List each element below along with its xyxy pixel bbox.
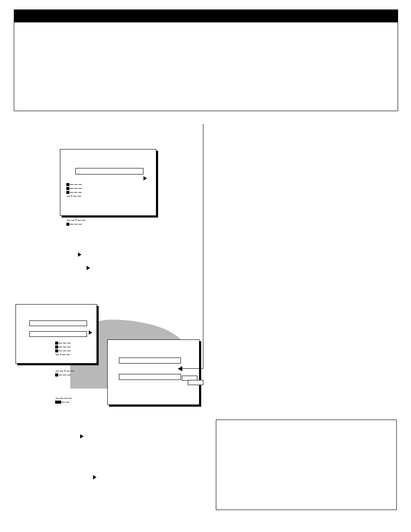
remote-glyph-group-5 (55, 396, 72, 404)
menu-bar (119, 374, 181, 380)
menu-bar (29, 331, 87, 337)
triangle-right-icon (93, 475, 97, 479)
note-box (216, 420, 397, 510)
triangle-right-icon (87, 266, 90, 270)
remote-glyph-group-4: + (55, 369, 75, 377)
remote-glyph-group-2: + (66, 218, 86, 226)
remote-glyph-group-1: + (66, 183, 82, 198)
menu-bar (75, 168, 143, 174)
callout-arrow-vertical (203, 124, 203, 368)
callout-arrow-horizontal (181, 368, 203, 369)
triangle-right-icon (78, 252, 81, 257)
header-bar (14, 9, 398, 22)
triangle-right-icon (89, 330, 92, 335)
menu-bar (29, 320, 87, 326)
option-box (188, 380, 203, 385)
callout-arrow-head (178, 366, 182, 371)
remote-glyph-group-3: + (55, 341, 71, 357)
menu-bar (119, 358, 181, 364)
triangle-right-icon (80, 434, 84, 439)
triangle-right-icon (143, 176, 147, 180)
tv-screen-3 (107, 339, 199, 405)
intro-box (14, 22, 398, 111)
